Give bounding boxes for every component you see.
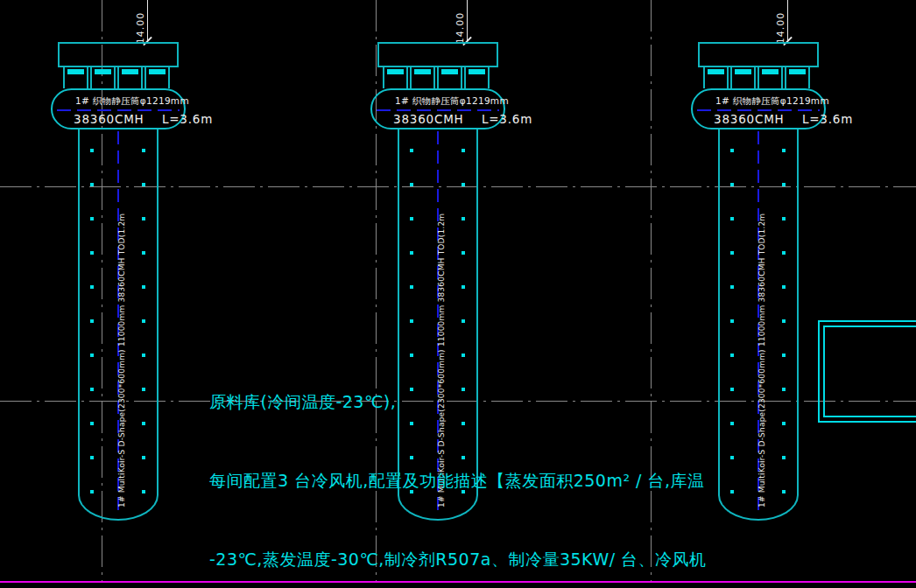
plenum-centerline: [697, 109, 820, 111]
cad-drawing-canvas: 14.00 1# 织物静压筒φ1219mm 38360CMH L=3.6m 1#…: [0, 0, 916, 588]
note-line: 每间配置3 台冷风机,配置及功能描述【蒸发面积250m² / 台,库温: [209, 467, 707, 494]
funnel-bar: [95, 69, 111, 74]
air-cooler-unit-1[interactable]: 14.00 1# 织物静压筒φ1219mm 38360CMH L=3.6m 1#…: [51, 0, 186, 534]
dimension-line: [147, 0, 148, 42]
plenum-centerline: [377, 109, 499, 111]
duct-dots-right: [142, 149, 145, 495]
outlet-funnel: [63, 67, 88, 88]
funnel-bar: [67, 69, 84, 74]
plenum-label: 1# 织物静压筒φ1219mm: [715, 95, 829, 108]
outlet-funnel: [144, 67, 170, 88]
plenum-specs: 38360CMH L=3.6m: [393, 112, 532, 126]
outlet-funnel: [730, 67, 756, 88]
wall-rectangle-inner: [823, 326, 916, 417]
outlet-funnel: [464, 67, 490, 88]
plenum-specs: 38360CMH L=3.6m: [714, 112, 853, 126]
funnel-bar: [149, 69, 166, 74]
funnel-bar: [387, 69, 404, 74]
outlet-funnel: [757, 67, 783, 88]
funnel-bar: [708, 69, 724, 74]
funnel-bar: [789, 69, 806, 74]
dimension-value: 14.00: [454, 10, 465, 46]
note-line: -23℃,蒸发温度-30℃,制冷剂R507a、制冷量35KW/ 台、冷风机: [209, 546, 707, 572]
outlet-funnel: [703, 67, 729, 88]
fan-housing: [58, 42, 179, 67]
cold-room-spec-notes[interactable]: 原料库(冷间温度-23℃), 每间配置3 台冷风机,配置及功能描述【蒸发面积25…: [209, 336, 707, 588]
funnel-bar: [762, 69, 779, 74]
funnel-bar: [469, 69, 485, 74]
fan-housing: [377, 42, 498, 67]
plenum-cylinder: 1# 织物静压筒φ1219mm 38360CMH L=3.6m: [691, 88, 826, 130]
plenum-label: 1# 织物静压筒φ1219mm: [395, 95, 509, 108]
outlet-funnel: [383, 67, 408, 88]
outlet-funnel: [410, 67, 435, 88]
dimension-line: [787, 0, 788, 42]
funnel-bar: [122, 69, 138, 74]
funnel-bar: [735, 69, 751, 74]
duct-dots-right: [782, 149, 786, 495]
outlet-funnel: [785, 67, 810, 88]
duct-dots-left: [90, 149, 94, 495]
note-line: 原料库(冷间温度-23℃),: [209, 388, 707, 415]
duct-label: 1# MultiKoir-S D-Shape(2300*600mm) 11000…: [757, 252, 766, 508]
dimension-value: 14.00: [775, 10, 786, 46]
plenum-label: 1# 织物静压筒φ1219mm: [75, 95, 189, 108]
outlet-funnel: [437, 67, 462, 88]
fan-housing: [698, 42, 819, 67]
duct-dots-left: [730, 149, 734, 495]
air-cooler-unit-3[interactable]: 14.00 1# 织物静压筒φ1219mm 38360CMH L=3.6m 1#…: [691, 0, 826, 534]
outlet-funnel: [117, 67, 143, 88]
plenum-specs: 38360CMH L=3.6m: [74, 112, 213, 126]
funnel-bar: [414, 69, 431, 74]
outlet-funnel: [90, 67, 116, 88]
duct-label: 1# MultiKoir-S D-Shape(2300*600mm) 11000…: [117, 252, 126, 508]
plenum-cylinder: 1# 织物静压筒φ1219mm 38360CMH L=3.6m: [370, 88, 505, 130]
funnel-bar: [441, 69, 458, 74]
plenum-centerline: [57, 109, 180, 111]
dimension-line: [467, 0, 468, 42]
plenum-cylinder: 1# 织物静压筒φ1219mm 38360CMH L=3.6m: [51, 88, 186, 130]
dimension-value: 14.00: [135, 10, 145, 46]
bottom-boundary-line: [0, 581, 916, 583]
